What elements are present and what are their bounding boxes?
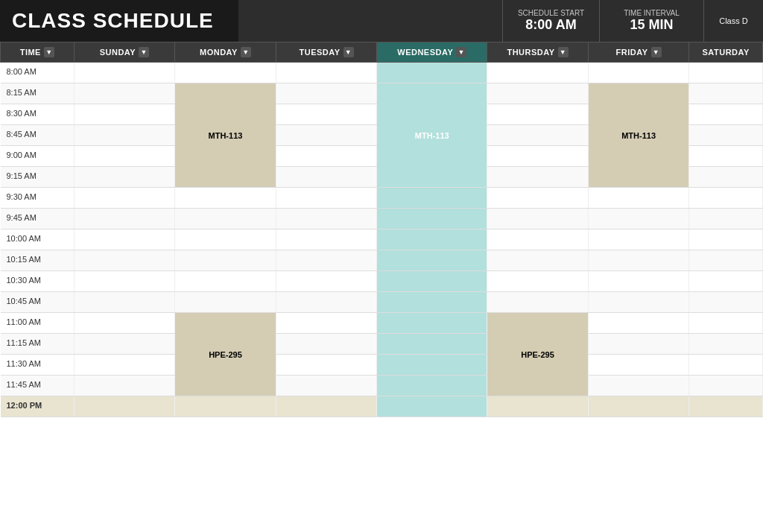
cell-wednesday-16[interactable] (377, 396, 487, 417)
cell-sunday-0[interactable] (74, 63, 175, 83)
cell-tuesday-12[interactable] (276, 313, 377, 334)
cell-thursday-0[interactable] (487, 63, 589, 83)
cell-sunday-9[interactable] (74, 250, 175, 271)
cell-tuesday-4[interactable] (276, 146, 377, 167)
monday-dropdown-icon[interactable]: ▼ (241, 47, 251, 57)
cell-thursday-11[interactable] (487, 292, 589, 313)
cell-wednesday-15[interactable] (377, 376, 487, 396)
cell-sunday-1[interactable] (74, 83, 175, 104)
cell-saturday-4[interactable] (689, 146, 763, 167)
cell-sunday-4[interactable] (74, 146, 175, 167)
cell-wednesday-0[interactable] (377, 63, 487, 83)
cell-saturday-3[interactable] (689, 125, 763, 146)
col-header-sunday[interactable]: SUNDAY ▼ (74, 42, 175, 63)
cell-saturday-16[interactable] (689, 396, 763, 417)
cell-sunday-5[interactable] (74, 167, 175, 188)
cell-friday-12[interactable] (588, 313, 689, 334)
cell-sunday-11[interactable] (74, 292, 175, 313)
cell-tuesday-3[interactable] (276, 125, 377, 146)
col-header-time[interactable]: TIME ▼ (1, 42, 75, 63)
cell-friday-10[interactable] (588, 271, 689, 292)
cell-wednesday-12[interactable] (377, 313, 487, 334)
cell-sunday-10[interactable] (74, 271, 175, 292)
cell-wednesday-14[interactable] (377, 355, 487, 376)
friday-dropdown-icon[interactable]: ▼ (651, 47, 662, 57)
cell-wednesday-8[interactable] (377, 229, 487, 250)
tuesday-dropdown-icon[interactable]: ▼ (343, 47, 354, 57)
cell-saturday-5[interactable] (689, 167, 763, 188)
cell-friday-6[interactable] (588, 188, 689, 209)
cell-friday-15[interactable] (588, 376, 689, 396)
cell-friday-13[interactable] (588, 334, 689, 355)
cell-thursday-4[interactable] (487, 146, 589, 167)
cell-sunday-12[interactable] (74, 313, 175, 334)
cell-wednesday-7[interactable] (377, 209, 487, 229)
cell-thursday-7[interactable] (487, 209, 589, 229)
cell-sunday-3[interactable] (74, 125, 175, 146)
cell-tuesday-16[interactable] (276, 396, 377, 417)
cell-thursday-2[interactable] (487, 104, 589, 125)
cell-saturday-9[interactable] (689, 250, 763, 271)
class-button[interactable]: Class D (703, 0, 763, 42)
cell-tuesday-0[interactable] (276, 63, 377, 83)
cell-monday-8[interactable] (175, 229, 276, 250)
cell-friday-14[interactable] (588, 355, 689, 376)
cell-wednesday-13[interactable] (377, 334, 487, 355)
cell-monday-1[interactable]: MTH-113 (175, 83, 276, 188)
cell-monday-0[interactable] (175, 63, 276, 83)
col-header-wednesday[interactable]: WEDNESDAY ▼ (377, 42, 487, 63)
cell-thursday-6[interactable] (487, 188, 589, 209)
cell-wednesday-10[interactable] (377, 271, 487, 292)
cell-friday-16[interactable] (588, 396, 689, 417)
cell-wednesday-11[interactable] (377, 292, 487, 313)
cell-saturday-0[interactable] (689, 63, 763, 83)
cell-thursday-5[interactable] (487, 167, 589, 188)
cell-tuesday-5[interactable] (276, 167, 377, 188)
cell-sunday-15[interactable] (74, 376, 175, 396)
col-header-saturday[interactable]: SATURDAY (689, 42, 763, 63)
cell-saturday-15[interactable] (689, 376, 763, 396)
cell-tuesday-10[interactable] (276, 271, 377, 292)
cell-saturday-1[interactable] (689, 83, 763, 104)
cell-tuesday-9[interactable] (276, 250, 377, 271)
cell-saturday-2[interactable] (689, 104, 763, 125)
cell-friday-9[interactable] (588, 250, 689, 271)
cell-sunday-8[interactable] (74, 229, 175, 250)
cell-saturday-13[interactable] (689, 334, 763, 355)
cell-thursday-1[interactable] (487, 83, 589, 104)
cell-friday-0[interactable] (588, 63, 689, 83)
cell-wednesday-1[interactable]: MTH-113 (377, 83, 487, 188)
cell-monday-6[interactable] (175, 188, 276, 209)
cell-monday-9[interactable] (175, 250, 276, 271)
cell-wednesday-6[interactable] (377, 188, 487, 209)
cell-sunday-7[interactable] (74, 209, 175, 229)
cell-sunday-2[interactable] (74, 104, 175, 125)
cell-tuesday-11[interactable] (276, 292, 377, 313)
cell-tuesday-8[interactable] (276, 229, 377, 250)
col-header-friday[interactable]: FRIDAY ▼ (588, 42, 689, 63)
cell-wednesday-9[interactable] (377, 250, 487, 271)
cell-friday-1[interactable]: MTH-113 (588, 83, 689, 188)
cell-tuesday-15[interactable] (276, 376, 377, 396)
cell-friday-7[interactable] (588, 209, 689, 229)
cell-thursday-16[interactable] (487, 396, 589, 417)
cell-tuesday-13[interactable] (276, 334, 377, 355)
col-header-monday[interactable]: MONDAY ▼ (175, 42, 276, 63)
cell-tuesday-1[interactable] (276, 83, 377, 104)
cell-saturday-11[interactable] (689, 292, 763, 313)
sunday-dropdown-icon[interactable]: ▼ (139, 47, 149, 57)
cell-tuesday-14[interactable] (276, 355, 377, 376)
cell-friday-11[interactable] (588, 292, 689, 313)
cell-thursday-3[interactable] (487, 125, 589, 146)
cell-monday-7[interactable] (175, 209, 276, 229)
cell-sunday-14[interactable] (74, 355, 175, 376)
cell-saturday-8[interactable] (689, 229, 763, 250)
cell-thursday-12[interactable]: HPE-295 (487, 313, 589, 396)
cell-saturday-14[interactable] (689, 355, 763, 376)
cell-monday-10[interactable] (175, 271, 276, 292)
cell-saturday-10[interactable] (689, 271, 763, 292)
cell-tuesday-6[interactable] (276, 188, 377, 209)
cell-thursday-9[interactable] (487, 250, 589, 271)
cell-sunday-13[interactable] (74, 334, 175, 355)
cell-saturday-12[interactable] (689, 313, 763, 334)
